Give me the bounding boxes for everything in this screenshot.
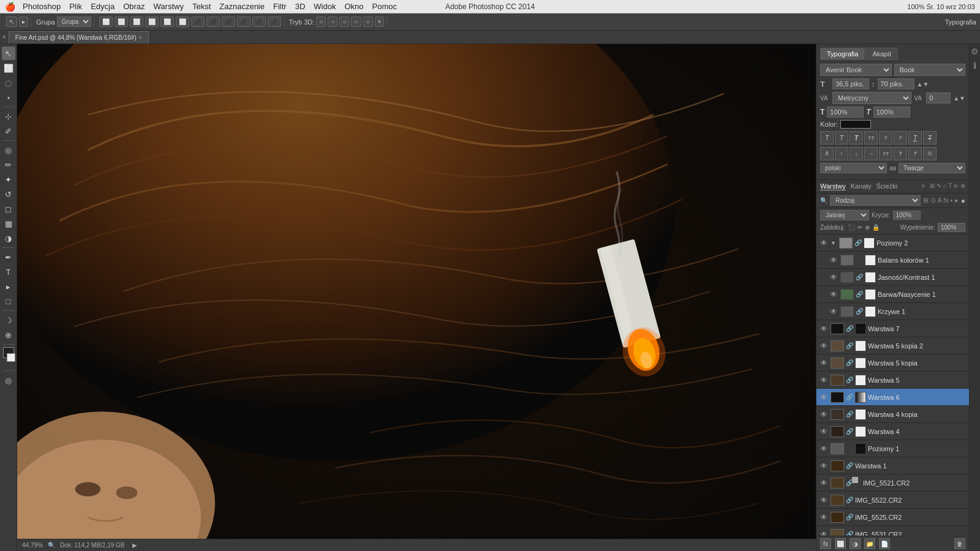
tracking-select[interactable]: Metryczny	[832, 92, 911, 104]
layer-item[interactable]: 👁 🔗 Krzywe 1	[816, 303, 969, 320]
layer-visibility-toggle[interactable]: 👁	[819, 375, 829, 385]
lock-all-icon[interactable]: ⊕	[865, 224, 870, 231]
language-select[interactable]: polski	[820, 163, 887, 173]
align-bottom[interactable]: ⬜	[176, 17, 189, 27]
clone-tool-icon[interactable]: ✦	[2, 173, 15, 186]
side-icon-2[interactable]: ℹ	[973, 61, 976, 70]
tab-close-all[interactable]: ×	[2, 34, 6, 40]
tab-warstwy[interactable]: Warstwy	[820, 182, 846, 190]
document-tab[interactable]: Fine Art.psd @ 44,8% (Warstwa 6,RGB/16#)…	[9, 31, 149, 43]
layer-item[interactable]: 👁 Balans kolorów 1	[816, 252, 969, 269]
font-size-input[interactable]: 36,5 piks.	[832, 78, 869, 89]
tab-close[interactable]: ×	[138, 34, 141, 40]
layer-visibility-toggle[interactable]: 👁	[819, 530, 829, 536]
menu-edycja[interactable]: Edycja	[91, 2, 115, 11]
scale-v-input[interactable]	[873, 107, 910, 118]
align-right[interactable]: ⬜	[130, 17, 143, 27]
layer-visibility-toggle[interactable]: 👁	[819, 444, 829, 454]
layer-visibility-toggle[interactable]: 👁	[819, 478, 829, 488]
3d-btn1[interactable]: ○	[316, 17, 326, 27]
t2-btn[interactable]: T	[908, 147, 922, 160]
layer-fx-button[interactable]: fx	[820, 538, 831, 549]
menu-zaznaczenie[interactable]: Zaznaczenie	[219, 2, 265, 11]
layer-item[interactable]: 👁 🔗 Warstwa 7	[816, 320, 969, 337]
fill-input[interactable]: 100%	[938, 223, 965, 232]
lock-position-icon[interactable]: ✏	[858, 224, 862, 231]
tool-arrow[interactable]: ▸	[19, 17, 28, 27]
crop-tool-icon[interactable]: ⊹	[2, 110, 15, 123]
format-italic[interactable]: T	[835, 131, 848, 144]
layer-item[interactable]: 👁 🔗 Warstwa 1	[816, 457, 969, 474]
canvas-photo[interactable]	[17, 44, 816, 539]
tab-typografia[interactable]: Typografia	[820, 48, 865, 60]
filter-toggle[interactable]: ●	[961, 197, 965, 205]
apple-logo[interactable]: 🍎	[5, 2, 15, 12]
layer-item[interactable]: 👁 🔗 Warstwa 4 kopia	[816, 406, 969, 423]
tab-sciezki[interactable]: Ścieżki	[876, 182, 897, 190]
layer-item[interactable]: 👁 🔗 IMG_5531.CR2	[816, 526, 969, 536]
opacity-input[interactable]: 100%	[893, 211, 921, 220]
layer-item[interactable]: 👁 🔗 IMG_5522.CR2	[816, 492, 969, 509]
menu-3d[interactable]: 3D	[295, 2, 306, 11]
menu-filtr[interactable]: Filtr	[273, 2, 287, 11]
zoom-icon[interactable]: 🔍	[48, 542, 55, 549]
layer-item[interactable]: 👁 🔗 Jasność/Kontrast 1	[816, 269, 969, 286]
hand-tool-icon[interactable]: ☽	[2, 313, 15, 327]
layer-item[interactable]: 👁 🔗 Warstwa 4	[816, 423, 969, 440]
delete-layer-button[interactable]: 🗑	[954, 538, 965, 549]
3d-btn3[interactable]: ○	[339, 17, 349, 27]
menu-plik[interactable]: Plik	[69, 2, 82, 11]
layer-item[interactable]: 👁 🔗 Warstwa 5	[816, 372, 969, 389]
layers-menu-icon[interactable]: ≡	[921, 182, 925, 190]
format-bold[interactable]: T	[850, 131, 863, 144]
format-regular[interactable]: T	[820, 131, 834, 144]
format-caps[interactable]: TT	[864, 131, 878, 144]
align-center-v[interactable]: ⬜	[160, 17, 174, 27]
layer-visibility-toggle[interactable]: 👁	[819, 238, 829, 248]
magic-wand-icon[interactable]: ⋆	[2, 91, 15, 104]
align-center-h[interactable]: ⬜	[115, 17, 128, 27]
layer-item-active[interactable]: 👁 🔗 Warstwa 6	[816, 389, 969, 406]
font-style-select[interactable]: Book	[894, 64, 966, 76]
format-superscript[interactable]: T	[879, 131, 892, 144]
distribute3[interactable]: ⬛	[237, 17, 251, 27]
font-family-select[interactable]: Avenir Book	[820, 64, 892, 76]
pen-tool-icon[interactable]: ✒	[2, 250, 15, 264]
oldstyle-btn[interactable]: ↑	[835, 147, 848, 160]
layer-visibility-toggle[interactable]: 👁	[819, 410, 829, 419]
frac-btn[interactable]: ↓	[850, 147, 863, 160]
new-fill-adj-button[interactable]: ◑	[850, 538, 861, 549]
brush-tool-icon[interactable]: ✏	[2, 158, 15, 171]
scale-h-input[interactable]	[827, 107, 864, 118]
layer-visibility-toggle[interactable]: 👁	[819, 427, 829, 437]
layer-item[interactable]: 👁 🔗 Warstwa 5 kopia 2	[816, 337, 969, 354]
blend-mode-select[interactable]: Jaśniej	[820, 210, 869, 220]
quick-mask-icon[interactable]: ◎	[2, 373, 15, 387]
layer-visibility-toggle[interactable]: 👁	[819, 341, 829, 351]
half-btn[interactable]: ½	[923, 147, 937, 160]
menu-widok[interactable]: Widok	[314, 2, 336, 11]
lasso-tool-icon[interactable]: ◌	[2, 76, 15, 89]
menu-photoshop[interactable]: Photoshop	[23, 2, 61, 11]
distribute-v[interactable]: ⬛	[206, 17, 220, 27]
layer-item[interactable]: 👁 🔗 Barwa/Nasycenie 1	[816, 286, 969, 303]
layer-visibility-toggle[interactable]: 👁	[819, 495, 829, 505]
layer-visibility-toggle[interactable]: 👁	[819, 358, 829, 368]
format-strikethrough[interactable]: T	[923, 131, 937, 144]
align-top[interactable]: ⬜	[145, 17, 159, 27]
history-brush-icon[interactable]: ↺	[2, 187, 15, 201]
align-left[interactable]: ⬜	[99, 17, 113, 27]
distribute5[interactable]: ⬛	[268, 17, 281, 27]
antialiasing-select[interactable]: Twarде	[899, 163, 965, 173]
new-layer-button[interactable]: 📄	[879, 538, 890, 549]
menu-warstwy[interactable]: Warstwy	[154, 2, 184, 11]
layer-item[interactable]: 👁 🔗 IMG_5521.CR2	[816, 474, 969, 492]
color-swatch[interactable]	[840, 120, 871, 129]
layer-visibility-toggle[interactable]: 👁	[829, 272, 839, 282]
kind-filter-select[interactable]: Rodzaj	[830, 195, 921, 206]
menu-tekst[interactable]: Tekst	[192, 2, 211, 11]
zoom-tool-icon[interactable]: ⊕	[2, 328, 15, 342]
menu-okno[interactable]: Okno	[344, 2, 363, 11]
layer-visibility-toggle[interactable]: 👁	[819, 324, 829, 334]
leading-input[interactable]: 70 piks.	[878, 78, 914, 89]
